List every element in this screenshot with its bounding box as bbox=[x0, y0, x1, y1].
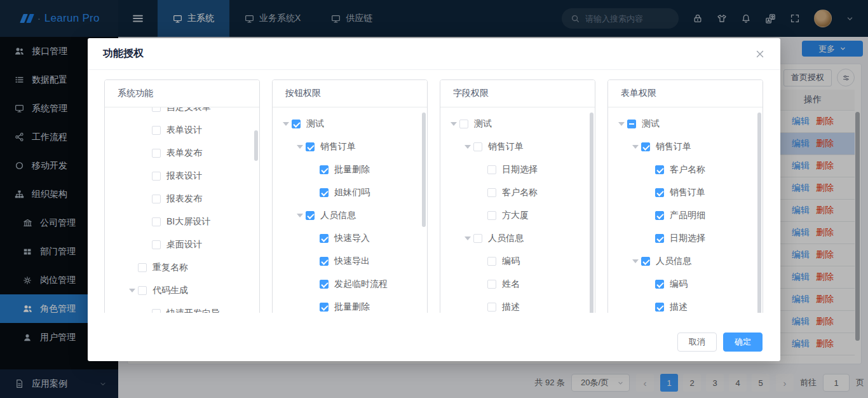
expand-caret-icon[interactable] bbox=[448, 122, 459, 126]
tree-scrollbar[interactable] bbox=[254, 130, 258, 161]
tree-node[interactable]: 人员信息 bbox=[440, 227, 595, 250]
checkbox[interactable] bbox=[152, 217, 161, 226]
checkbox[interactable] bbox=[473, 142, 482, 151]
checkbox[interactable] bbox=[627, 120, 636, 128]
tree-node-label: BI大屏设计 bbox=[166, 216, 210, 228]
checkbox[interactable] bbox=[641, 142, 650, 151]
modal-title: 功能授权 bbox=[103, 47, 144, 60]
tree-node-label: 销售订单 bbox=[670, 187, 705, 198]
checkbox[interactable] bbox=[487, 257, 496, 266]
checkbox[interactable] bbox=[487, 165, 496, 174]
checkbox[interactable] bbox=[152, 149, 161, 158]
tree-node[interactable]: 产品明细 bbox=[608, 204, 763, 227]
tree-node[interactable]: 测试 bbox=[440, 113, 595, 135]
tree-node[interactable]: 姓名 bbox=[440, 273, 595, 296]
expand-caret-icon[interactable] bbox=[280, 122, 292, 126]
checkbox[interactable] bbox=[655, 234, 664, 243]
tree-node[interactable]: 销售订单 bbox=[273, 135, 427, 158]
tree-node[interactable]: 描述 bbox=[440, 296, 595, 313]
tree-node-label: 发起临时流程 bbox=[334, 278, 388, 290]
tree-node[interactable]: 人员信息 bbox=[608, 250, 763, 273]
checkbox[interactable] bbox=[152, 126, 161, 135]
expand-caret-icon[interactable] bbox=[616, 122, 627, 126]
expand-caret-icon[interactable] bbox=[294, 214, 306, 217]
tree-node[interactable]: 批量删除 bbox=[273, 158, 427, 181]
tree-node[interactable]: 表单设计 bbox=[105, 119, 259, 142]
expand-caret-icon[interactable] bbox=[630, 259, 641, 263]
tree-node[interactable]: 测试 bbox=[608, 113, 763, 135]
checkbox[interactable] bbox=[152, 172, 161, 181]
checkbox[interactable] bbox=[306, 211, 315, 220]
checkbox[interactable] bbox=[655, 280, 664, 289]
tree-node[interactable]: 快速导入 bbox=[273, 227, 427, 250]
tree-node[interactable]: 日期选择 bbox=[608, 227, 763, 250]
checkbox[interactable] bbox=[459, 120, 468, 128]
tree-node[interactable]: 快速导出 bbox=[273, 250, 427, 273]
permission-panel-2: 按钮权限 测试 销售订单 批量删除 姐妹们吗 人员信息 快速导入 bbox=[272, 79, 428, 313]
tree-node[interactable]: 方大厦 bbox=[440, 204, 595, 227]
tree-node[interactable]: 桌面设计 bbox=[105, 233, 259, 256]
checkbox[interactable] bbox=[487, 303, 496, 312]
tree-node[interactable]: 报表发布 bbox=[105, 188, 259, 210]
tree-node-label: 描述 bbox=[502, 301, 520, 313]
tree-node[interactable]: 人员信息 bbox=[273, 204, 427, 227]
checkbox[interactable] bbox=[487, 280, 496, 289]
tree-scrollbar[interactable] bbox=[757, 113, 761, 313]
tree-node[interactable]: 销售订单 bbox=[608, 135, 763, 158]
checkbox[interactable] bbox=[655, 303, 664, 312]
tree-node[interactable]: 代码生成 bbox=[105, 279, 259, 302]
tree-node[interactable]: BI大屏设计 bbox=[105, 210, 259, 233]
checkbox[interactable] bbox=[292, 120, 301, 128]
tree-node[interactable]: 销售订单 bbox=[440, 135, 595, 158]
tree-node[interactable]: 报表设计 bbox=[105, 165, 259, 188]
tree-node-label: 编码 bbox=[670, 278, 688, 290]
checkbox[interactable] bbox=[320, 280, 329, 289]
checkbox[interactable] bbox=[655, 211, 664, 220]
checkbox[interactable] bbox=[655, 188, 664, 197]
tree-node[interactable]: 批量删除 bbox=[273, 296, 427, 313]
checkbox[interactable] bbox=[487, 188, 496, 197]
tree-node[interactable]: 自定义表单 bbox=[105, 107, 259, 119]
checkbox[interactable] bbox=[320, 165, 329, 174]
checkbox[interactable] bbox=[138, 286, 147, 295]
tree-scrollbar[interactable] bbox=[590, 113, 593, 313]
checkbox[interactable] bbox=[138, 263, 147, 272]
expand-caret-icon[interactable] bbox=[126, 289, 138, 292]
checkbox[interactable] bbox=[320, 234, 329, 243]
checkbox[interactable] bbox=[320, 257, 329, 266]
checkbox[interactable] bbox=[306, 142, 315, 151]
tree-node[interactable]: 快速开发向导 bbox=[105, 302, 259, 313]
checkbox[interactable] bbox=[152, 195, 161, 203]
tree-node[interactable]: 编码 bbox=[608, 273, 763, 296]
cancel-button[interactable]: 取消 bbox=[677, 333, 717, 352]
tree-node[interactable]: 描述 bbox=[608, 296, 763, 313]
checkbox[interactable] bbox=[320, 303, 329, 312]
tree-node[interactable]: 日期选择 bbox=[440, 158, 595, 181]
checkbox[interactable] bbox=[152, 107, 161, 112]
tree-node[interactable]: 客户名称 bbox=[440, 181, 595, 204]
expand-caret-icon[interactable] bbox=[294, 145, 306, 149]
checkbox[interactable] bbox=[487, 211, 496, 220]
tree-node[interactable]: 销售订单 bbox=[608, 181, 763, 204]
tree-node[interactable]: 客户名称 bbox=[608, 158, 763, 181]
expand-caret-icon[interactable] bbox=[462, 237, 473, 240]
checkbox[interactable] bbox=[320, 188, 329, 197]
tree-node[interactable]: 测试 bbox=[273, 113, 427, 135]
tree-node[interactable]: 表单发布 bbox=[105, 142, 259, 165]
expand-caret-icon[interactable] bbox=[462, 145, 473, 149]
checkbox[interactable] bbox=[152, 309, 161, 313]
checkbox[interactable] bbox=[641, 257, 650, 266]
tree-node[interactable]: 重复名称 bbox=[105, 256, 259, 279]
expand-caret-icon[interactable] bbox=[630, 145, 641, 149]
confirm-button[interactable]: 确定 bbox=[723, 333, 763, 352]
tree-node-label: 桌面设计 bbox=[166, 239, 202, 250]
tree-node-label: 客户名称 bbox=[670, 164, 705, 175]
checkbox[interactable] bbox=[473, 234, 482, 243]
checkbox[interactable] bbox=[152, 240, 161, 249]
close-icon[interactable] bbox=[755, 49, 765, 59]
tree-node[interactable]: 发起临时流程 bbox=[273, 273, 427, 296]
tree-node[interactable]: 编码 bbox=[440, 250, 595, 273]
tree-node[interactable]: 姐妹们吗 bbox=[273, 181, 427, 204]
tree-scrollbar[interactable] bbox=[422, 113, 426, 227]
checkbox[interactable] bbox=[655, 165, 664, 174]
